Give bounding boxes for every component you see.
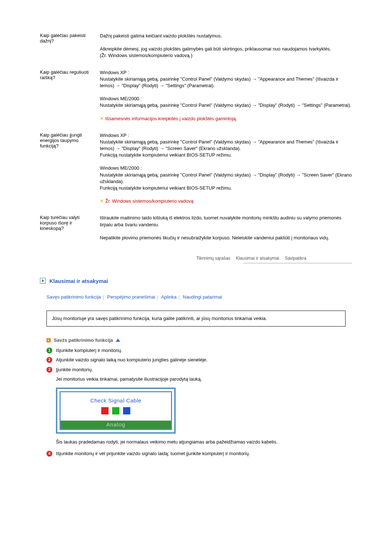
faq-answer-p: Ištraukite maitinimo laido kištuką iš el… (100, 215, 352, 228)
tab-selfcheck[interactable]: Savipatikra (285, 256, 306, 261)
faq-answer: Dažnį pakeisti galima keičiant vaizdo pl… (100, 33, 352, 59)
faq-question: Kaip galėčiau reguliuoti raišką? (40, 69, 100, 122)
play-icon (40, 278, 46, 284)
monitor-illustration: Check Signal Cable Analog (56, 388, 176, 434)
subsection-header: Savźs patikrinimo funkcija (46, 337, 352, 343)
sublinks-row: Savęs patikrinimo funkcija| Perspėjimo p… (46, 294, 352, 300)
faq-question: Kaip galėčiau pakeisti dažnį? (40, 33, 100, 59)
faq-answer-p: Windows ME/2000 : Nustatykite skiriamąją… (100, 96, 352, 109)
tab-qa[interactable]: Klausimai ir atsakymai (236, 256, 279, 261)
notice-box: Jūsų monitoriuje yra savęs patikrinimo f… (46, 311, 346, 327)
step-item: 4 Išjunkite monitorių ir vėl prijunkite … (46, 450, 352, 457)
step-text: Išjunkite monitorių ir vėl prijunkite va… (56, 450, 250, 457)
faq-answer-p: Dažnį pakeisti galima keičiant vaizdo pl… (100, 33, 352, 39)
steps-list-cont: 4 Išjunkite monitorių ir vėl prijunkite … (46, 450, 352, 457)
faq-answer-p: Windows XP : Nustatykite skiriamąją gebą… (100, 69, 352, 89)
note-text: Išsamesnės informacijos kreipkitės į vai… (105, 116, 237, 121)
faq-question: Kaip turėčiau valyti korpuso išorę ir ki… (40, 215, 100, 241)
after-monitor-text: Šis laukas pradedamas rodyti, jei normal… (56, 439, 352, 445)
step-text: Atjunkite vaizdo signalo laiką nuo kompi… (56, 357, 208, 363)
tab-bar: Tikrinimų sąrašas Klausimai ir atsakymai… (83, 256, 309, 261)
section-header: Klausimai ir atsakymai (40, 278, 352, 284)
sublink-env[interactable]: Aplinka (161, 294, 177, 300)
faq-answer: Windows XP : Nustatykite skiriamąją gebą… (100, 132, 352, 205)
faq-answer: Ištraukite maitinimo laido kištuką iš el… (100, 215, 352, 241)
faq-answer-p: Windows XP : Nustatykite skiriamąją gebą… (100, 132, 352, 159)
step-text: Išjunkite kompiuterį ir monitorių. (56, 347, 122, 354)
note-icon: ✕ (100, 198, 104, 204)
faq-question: Kaip galėčiau įjungti energijos taupymo … (40, 132, 100, 205)
step-badge-2: 2 (46, 357, 52, 363)
sublink-warnings[interactable]: Perspėjimo pranešimai (107, 294, 155, 300)
note-icon: ✕ (100, 116, 104, 121)
blue-square-icon (123, 407, 130, 414)
faq-row: Kaip galėčiau įjungti energijos taupymo … (40, 132, 352, 205)
subsection-title: Savźs patikrinimo funkcija (54, 337, 113, 343)
note-text: Žr. Windows sistemos/kompiuterio vadovą (105, 198, 193, 204)
faq-row: Kaip turėčiau valyti korpuso išorę ir ki… (40, 215, 352, 241)
step-badge-1: 1 (46, 348, 52, 353)
red-square-icon (101, 407, 109, 414)
faq-answer-p: Windows ME/2000 : Nustatykite skiriamąją… (100, 165, 352, 191)
step-description: Jei monitorius veikia tinkamai, pamatysi… (56, 376, 352, 382)
steps-list: 1 Išjunkite kompiuterį ir monitorių. 2 A… (46, 347, 352, 373)
tab-checklist[interactable]: Tikrinimų sąrašas (196, 256, 230, 261)
faq-answer-p: Atkreipkite dėmesį, jog vaizdo plokštės … (100, 46, 352, 59)
faq-note: ✕Išsamesnės informacijos kreipkitės į va… (100, 116, 352, 122)
up-triangle-icon[interactable] (116, 339, 120, 342)
monitor-message: Check Signal Cable (61, 397, 171, 404)
sublink-tips[interactable]: Naudingi patarimai (183, 294, 222, 300)
step-item: 3 Įjunkite monitorių. (46, 366, 352, 373)
monitor-mode: Analog (61, 421, 171, 429)
play-small-icon (46, 338, 51, 343)
faq-row: Kaip galėčiau reguliuoti raišką? Windows… (40, 69, 352, 122)
step-badge-3: 3 (46, 367, 52, 373)
green-square-icon (112, 407, 119, 414)
sublink-selftest[interactable]: Savęs patikrinimo funkcija (46, 294, 101, 300)
step-item: 2 Atjunkite vaizdo signalo laiką nuo kom… (46, 357, 352, 363)
faq-row: Kaip galėčiau pakeisti dažnį? Dažnį pake… (40, 33, 352, 59)
step-text: Įjunkite monitorių. (56, 366, 93, 373)
faq-answer-p: Nepalikite plovimo priemonės likučių ir … (100, 235, 352, 241)
rgb-squares (61, 407, 171, 416)
step-item: 1 Išjunkite kompiuterį ir monitorių. (46, 347, 352, 354)
faq-answer: Windows XP : Nustatykite skiriamąją gebą… (100, 69, 352, 122)
faq-note: ✕Žr. Windows sistemos/kompiuterio vadovą (100, 198, 352, 204)
tab-underline (243, 263, 352, 263)
step-badge-4: 4 (46, 451, 52, 457)
section-title: Klausimai ir atsakymai (49, 278, 108, 284)
